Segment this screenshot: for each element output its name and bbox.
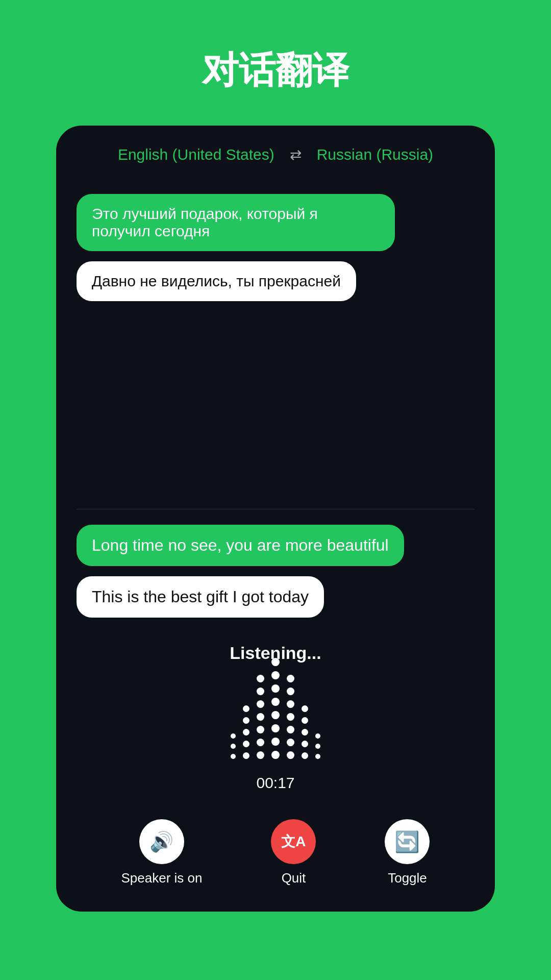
dot [302, 752, 308, 759]
dot [257, 739, 264, 746]
dot [231, 744, 236, 749]
dot [315, 754, 320, 759]
toggle-button[interactable]: 🔄 [385, 819, 430, 864]
dot [257, 713, 264, 721]
dot [271, 738, 280, 746]
bottom-controls: 🔊 Speaker is on 文A Quit 🔄 Toggle [56, 809, 495, 912]
dot [287, 726, 294, 733]
dot [302, 705, 308, 712]
bubble-green-1: Long time no see, you are more beautiful [77, 525, 404, 566]
dot [257, 726, 264, 733]
quit-label: Quit [282, 870, 306, 886]
lang-right[interactable]: Russian (Russia) [317, 146, 433, 163]
dot [302, 729, 308, 736]
wave-col-1 [231, 733, 236, 759]
dot [302, 717, 308, 724]
dot [257, 688, 264, 695]
toggle-icon: 🔄 [394, 830, 420, 854]
dot [271, 658, 280, 666]
wave-col-3 [257, 675, 264, 759]
wave-col-4 [271, 658, 280, 759]
dot [231, 754, 236, 759]
speaker-icon: 🔊 [149, 830, 173, 853]
quit-icon: 文A [281, 832, 306, 851]
dot [315, 733, 320, 739]
wave-col-2 [243, 705, 249, 759]
listening-section: Listening... [56, 628, 495, 809]
dot [243, 705, 249, 712]
dot [243, 752, 249, 759]
quit-control[interactable]: 文A Quit [271, 819, 316, 886]
dot [243, 717, 249, 724]
waveform [231, 677, 320, 759]
wave-col-6 [302, 705, 308, 759]
timer-display: 00:17 [256, 774, 294, 792]
toggle-control[interactable]: 🔄 Toggle [385, 819, 430, 886]
dot [243, 741, 249, 747]
flipped-message-1: Это лучший подарок, который я получил се… [92, 205, 380, 240]
dot [287, 700, 294, 708]
dot [271, 751, 280, 759]
dot [287, 688, 294, 695]
dot [287, 713, 294, 721]
dot [271, 671, 280, 679]
speaker-control[interactable]: 🔊 Speaker is on [121, 819, 203, 886]
quit-button[interactable]: 文A [271, 819, 316, 864]
dot [302, 741, 308, 747]
chat-normal-area: Long time no see, you are more beautiful… [56, 509, 495, 628]
lang-left[interactable]: English (United States) [118, 146, 274, 163]
dot [271, 711, 280, 719]
lang-header: English (United States) ⇄ Russian (Russi… [56, 126, 495, 179]
toggle-label: Toggle [388, 870, 427, 886]
bubble-white-1: This is the best gift I got today [77, 576, 324, 618]
dot [231, 733, 236, 739]
dot [243, 729, 249, 736]
dot [257, 751, 264, 759]
dot [287, 675, 294, 682]
flipped-message-2: Давно не виделись, ты прекрасней [92, 273, 341, 290]
dot [315, 744, 320, 749]
wave-col-7 [315, 733, 320, 759]
main-card: English (United States) ⇄ Russian (Russi… [56, 126, 495, 912]
chat-flipped-area: Давно не виделись, ты прекрасней Это луч… [56, 179, 495, 509]
app-title: 对话翻译 [202, 46, 349, 95]
speaker-label: Speaker is on [121, 870, 203, 886]
speaker-button[interactable]: 🔊 [139, 819, 184, 864]
dot [287, 739, 294, 746]
swap-icon[interactable]: ⇄ [290, 146, 302, 163]
dot [257, 675, 264, 682]
dot [271, 724, 280, 732]
wave-col-5 [287, 675, 294, 759]
dot [271, 698, 280, 706]
dot [257, 700, 264, 708]
dot [271, 684, 280, 693]
flipped-bubble-white: Давно не виделись, ты прекрасней [77, 261, 356, 301]
flipped-bubble-green: Это лучший подарок, который я получил се… [77, 194, 395, 251]
dot [287, 751, 294, 759]
